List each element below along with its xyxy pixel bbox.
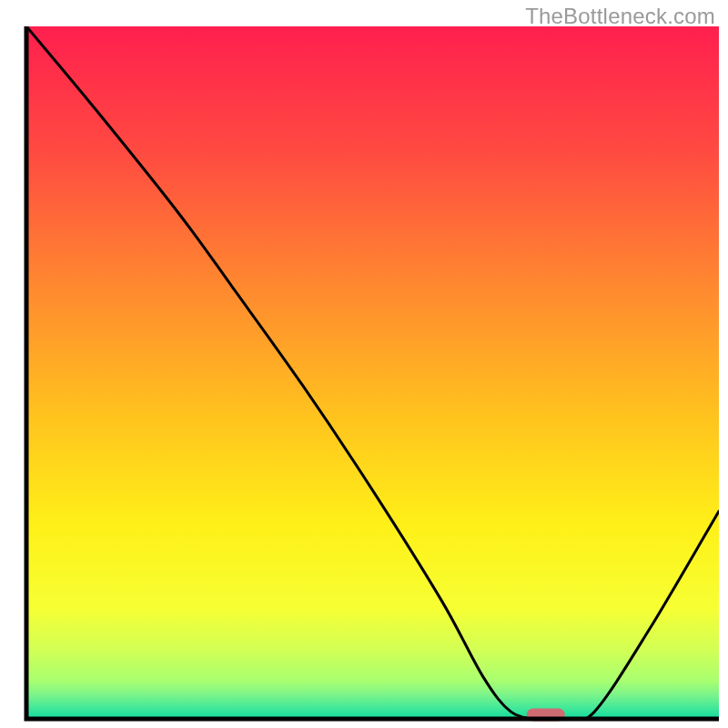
plot-background-gradient bbox=[26, 26, 719, 719]
chart-container: TheBottleneck.com bbox=[0, 0, 728, 728]
bottleneck-chart bbox=[0, 0, 728, 728]
watermark-label: TheBottleneck.com bbox=[525, 4, 715, 29]
